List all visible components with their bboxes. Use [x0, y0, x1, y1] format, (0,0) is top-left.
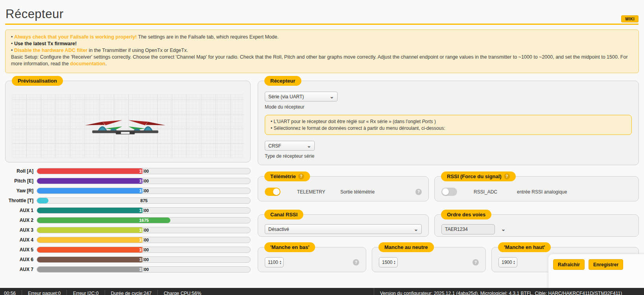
rssi-panel: RSSI (Force du signal) ? RSSI_ADC entrée…	[434, 176, 639, 201]
uart-note-text: L'UART pour le récepteur doit être réglé…	[274, 119, 422, 124]
title-underline	[5, 24, 638, 25]
help-icon[interactable]: ?	[298, 173, 304, 179]
stick-center-panel-title: Manche au neutre	[378, 242, 434, 252]
stick-low-panel-title: 'Manche en bas'	[264, 242, 315, 252]
stick-low-panel: 'Manche en bas' 1100 ▲▼ ?	[258, 247, 366, 272]
channel-map-title-label: Ordre des voies	[447, 212, 485, 218]
stick-low-value: 1100	[268, 260, 279, 265]
channel-row: AUX 2 1675 1675	[5, 217, 251, 223]
failsafe-warning-link[interactable]: Always check that your Failsafe is worki…	[14, 34, 137, 40]
warning-note: • Always check that your Failsafe is wor…	[5, 30, 639, 73]
channel-bar-fill: 1500	[37, 168, 144, 174]
adc-filter-rest: in the Transmitter if using OpenTx or Ed…	[87, 48, 188, 53]
channel-label: AUX 1	[5, 208, 33, 213]
stick-high-spinner[interactable]: 1900 ▲▼	[498, 257, 517, 267]
model-preview-grid[interactable]	[12, 94, 244, 158]
channel-bar-fill: 1500	[37, 188, 144, 194]
receiver-title-label: Récepteur	[270, 78, 295, 84]
channel-row: AUX 4 1500 1500	[5, 237, 251, 243]
receiver-note: • L'UART pour le récepteur doit être rég…	[265, 115, 632, 135]
serial-provider-label: Type de récepteur série	[265, 153, 632, 159]
channel-value-overlay: 1500	[37, 247, 144, 253]
channel-map-panel-title: Ordre des voies	[441, 210, 491, 219]
receiver-mode-value: Série (via UART)	[268, 94, 327, 100]
stick-high-title-label: 'Manche en haut'	[504, 244, 545, 250]
stick-low-spinner[interactable]: 1100 ▲▼	[265, 257, 284, 267]
drone-model	[82, 115, 168, 139]
channel-label: Roll [A]	[5, 168, 33, 174]
chevron-down-icon: ⌄	[307, 144, 311, 148]
channel-row: AUX 3 1500 1500	[5, 227, 251, 233]
channel-map-input[interactable]: TAER1234	[441, 224, 495, 234]
receiver-mode-select[interactable]: Série (via UART) ⌄	[265, 92, 338, 101]
rssi-channel-value: Désactivé	[268, 227, 411, 232]
channel-value-overlay: 1500	[37, 227, 144, 233]
spinner-down-icon[interactable]: ▼	[279, 262, 282, 265]
channel-bar-track: 1500 1500	[37, 188, 251, 194]
telemetry-panel: Télémétrie ? TELEMETRY Sortie télémétrie…	[258, 176, 429, 201]
channel-value-overlay: 875	[37, 198, 48, 203]
rssi-adc-toggle[interactable]	[441, 188, 457, 196]
stick-center-spinner[interactable]: 1500 ▲▼	[379, 257, 398, 267]
statusbar-item: Charge CPU:56%	[158, 290, 207, 295]
channel-map-row: TAER1234 ⌄	[441, 224, 632, 234]
rssi-channel-panel-title: Canal RSSI	[264, 210, 303, 219]
ports-tab-ref: Ports	[422, 119, 433, 124]
failsafe-warning-rest: The settings are in the Failsafe tab, wh…	[137, 34, 279, 40]
channel-map-panel: Ordre des voies TAER1234 ⌄	[434, 214, 639, 237]
channel-bar-fill: 1500	[37, 178, 144, 184]
channel-bar-track: 1500 1500	[37, 227, 251, 233]
statusbar-item: Erreur paquet:0	[22, 290, 67, 295]
channel-value-overlay: 1500	[37, 237, 144, 243]
preview-panel-title: Prévisualisation	[12, 76, 63, 86]
channel-label: AUX 2	[5, 218, 33, 223]
telemetry-title-label: Télémétrie	[270, 173, 296, 179]
statusbar: 00:56Erreur paquet:0Erreur I2C:0Durée de…	[0, 288, 644, 295]
spinner-arrows[interactable]: ▲▼	[513, 260, 515, 265]
toggle-knob	[273, 188, 280, 195]
switch-panels-row: Télémétrie ? TELEMETRY Sortie télémétrie…	[258, 176, 639, 201]
warning-line-basic-setup: Basic Setup: Configure the 'Receiver' se…	[11, 54, 633, 67]
stick-center-panel: Manche au neutre 1500 ▲▼ ?	[372, 247, 486, 272]
statusbar-item: Erreur I2C:0	[67, 290, 105, 295]
channel-bar-fill: 1500	[37, 247, 144, 253]
rssi-title-label: RSSI (Force du signal)	[447, 173, 502, 179]
refresh-button[interactable]: Rafraîchir	[553, 259, 585, 270]
channel-value-overlay: 1500	[37, 257, 144, 262]
channel-bar-track: 875 875	[37, 197, 251, 204]
channel-bar-fill: 1500	[37, 267, 144, 272]
chevron-down-icon[interactable]: ⌄	[501, 227, 506, 231]
adc-filter-link[interactable]: Disable the hardware ADC filter	[14, 48, 87, 53]
help-icon[interactable]: ?	[415, 189, 422, 195]
channel-value-overlay: 1500	[37, 208, 144, 213]
receiver-tab-page: Récepteur WIKI • Always check that your …	[0, 0, 644, 295]
channel-label: Pitch [E]	[5, 178, 33, 184]
telemetry-row: TELEMETRY Sortie télémétrie ?	[265, 188, 422, 196]
rssi-desc: entrée RSSI analogique	[517, 189, 632, 195]
rssi-channel-select[interactable]: Désactivé ⌄	[265, 224, 422, 234]
page-title: Récepteur	[6, 7, 64, 21]
select-panels-row: Canal RSSI Désactivé ⌄ Ordre des voies T…	[258, 214, 639, 237]
tx-firmware-warning: Use the latest Tx firmware!	[14, 41, 77, 46]
telemetry-toggle[interactable]	[265, 188, 280, 196]
spinner-arrows[interactable]: ▲▼	[393, 260, 396, 265]
documentation-link[interactable]: documentation	[70, 61, 105, 66]
spinner-down-icon[interactable]: ▼	[513, 262, 515, 265]
bullet-icon: •	[271, 125, 272, 131]
wiki-button[interactable]: WIKI	[621, 15, 638, 22]
channel-bar-track: 1500 1500	[37, 256, 251, 263]
receiver-panel: Récepteur Série (via UART) ⌄ Mode du réc…	[258, 81, 639, 165]
left-column: Prévisualisation	[5, 81, 251, 276]
channel-bar-track: 1500 1500	[37, 266, 251, 273]
help-icon[interactable]: ?	[472, 259, 479, 266]
spinner-arrows[interactable]: ▲▼	[279, 260, 282, 265]
bullet-icon: •	[11, 41, 13, 46]
help-icon[interactable]: ?	[504, 173, 510, 179]
rssi-channel-title-label: Canal RSSI	[270, 212, 297, 218]
help-icon[interactable]: ?	[353, 259, 359, 266]
serial-provider-select[interactable]: CRSF ⌄	[265, 141, 315, 151]
chevron-down-icon: ⌄	[414, 227, 418, 231]
spinner-down-icon[interactable]: ▼	[393, 262, 396, 265]
right-column: Récepteur Série (via UART) ⌄ Mode du réc…	[258, 81, 639, 272]
save-button[interactable]: Enregistrer	[589, 259, 623, 270]
